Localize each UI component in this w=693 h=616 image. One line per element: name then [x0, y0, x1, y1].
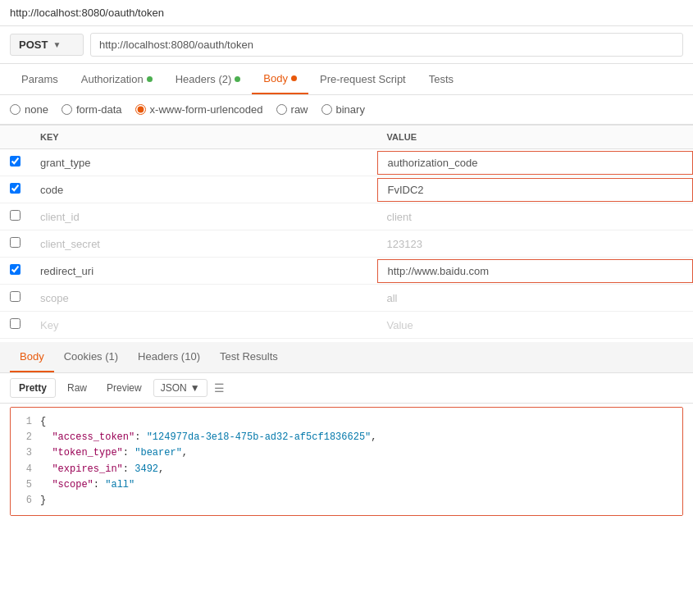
code-line: 6 } [11, 493, 682, 509]
format-raw-button[interactable]: Raw [59, 379, 95, 397]
response-tab-test-results[interactable]: Test Results [210, 342, 288, 372]
response-tab-body[interactable]: Body [10, 342, 54, 372]
code-box: 1 { 2 "access_token": "124977da-3e18-475… [10, 407, 683, 516]
table-row: Key Value [0, 312, 693, 339]
row-checkbox[interactable] [10, 156, 21, 167]
tab-params-label: Params [21, 73, 58, 85]
response-tab-body-label: Body [20, 350, 44, 363]
code-line: 2 "access_token": "124977da-3e18-475b-ad… [11, 430, 682, 445]
table-row: redirect_uri http://www.baidu.com [0, 258, 693, 285]
row-checkbox[interactable] [10, 318, 21, 329]
radio-form-data[interactable]: form-data [62, 103, 122, 116]
code-line: 4 "expires_in": 3492, [11, 462, 682, 477]
code-line: 5 "scope": "all" [11, 477, 682, 493]
col-checkbox [0, 125, 30, 149]
code-line: 1 { [11, 414, 682, 430]
row-key: redirect_uri [30, 258, 377, 285]
code-area: 1 { 2 "access_token": "124977da-3e18-475… [11, 408, 682, 515]
row-key-placeholder: Key [30, 312, 377, 339]
tab-authorization[interactable]: Authorization [70, 64, 164, 94]
chevron-down-icon: ▼ [52, 40, 61, 49]
body-dot [291, 75, 297, 81]
row-checkbox[interactable] [10, 291, 21, 302]
title-bar: http://localhost:8080/oauth/token [0, 0, 693, 26]
row-value[interactable]: authorization_code [377, 149, 694, 176]
title-url: http://localhost:8080/oauth/token [10, 7, 164, 19]
url-input[interactable] [90, 33, 683, 57]
row-key: client_secret [30, 230, 377, 258]
format-pretty-button[interactable]: Pretty [10, 378, 56, 398]
code-line: 3 "token_type": "bearer", [11, 445, 682, 461]
col-value: VALUE [377, 125, 694, 149]
row-value[interactable]: FvIDC2 [377, 176, 694, 203]
row-value: all [377, 285, 694, 312]
tab-body-label: Body [263, 72, 288, 84]
kv-table: KEY VALUE grant_type authorization_code … [0, 125, 693, 339]
format-preview-button[interactable]: Preview [98, 379, 150, 397]
row-checkbox[interactable] [10, 210, 21, 221]
response-tabs: Body Cookies (1) Headers (10) Test Resul… [0, 342, 693, 373]
filter-icon[interactable]: ☰ [211, 378, 228, 398]
tab-body[interactable]: Body [252, 64, 308, 94]
chevron-down-icon: ▼ [190, 382, 200, 394]
row-checkbox[interactable] [10, 183, 21, 194]
row-key: grant_type [30, 149, 377, 176]
row-value: 123123 [377, 230, 694, 258]
method-select[interactable]: POST ▼ [10, 34, 84, 56]
table-row: code FvIDC2 [0, 176, 693, 203]
tabs-row: Params Authorization Headers (2) Body Pr… [0, 64, 693, 95]
row-key: code [30, 176, 377, 203]
table-row: client_id client [0, 203, 693, 230]
response-tab-test-results-label: Test Results [220, 350, 278, 363]
response-tab-headers-label: Headers (10) [138, 350, 200, 363]
table-row: scope all [0, 285, 693, 312]
col-key: KEY [30, 125, 377, 149]
request-bar: POST ▼ [0, 26, 693, 64]
response-tab-headers[interactable]: Headers (10) [128, 342, 210, 372]
response-tab-cookies[interactable]: Cookies (1) [54, 342, 128, 372]
tab-headers[interactable]: Headers (2) [164, 64, 253, 94]
tab-headers-label: Headers (2) [176, 73, 232, 85]
row-value-placeholder: Value [377, 312, 694, 339]
tab-params[interactable]: Params [10, 64, 70, 94]
radio-none[interactable]: none [10, 103, 48, 116]
row-checkbox[interactable] [10, 264, 21, 275]
radio-x-www-form-urlencoded[interactable]: x-www-form-urlencoded [135, 103, 263, 116]
radio-raw[interactable]: raw [276, 103, 308, 116]
row-value: client [377, 203, 694, 230]
tab-tests-label: Tests [429, 73, 454, 85]
headers-dot [235, 76, 240, 82]
json-format-label: JSON [161, 382, 187, 394]
format-bar: Pretty Raw Preview JSON ▼ ☰ [0, 373, 693, 404]
radio-row: none form-data x-www-form-urlencoded raw… [0, 95, 693, 125]
table-row: client_secret 123123 [0, 230, 693, 258]
row-checkbox[interactable] [10, 237, 21, 248]
tab-pre-request-label: Pre-request Script [320, 73, 406, 85]
tab-authorization-label: Authorization [81, 73, 144, 85]
method-label: POST [19, 39, 48, 51]
tab-pre-request-script[interactable]: Pre-request Script [308, 64, 417, 94]
radio-binary[interactable]: binary [321, 103, 365, 116]
row-value[interactable]: http://www.baidu.com [377, 258, 694, 285]
json-format-select[interactable]: JSON ▼ [153, 379, 207, 397]
tab-tests[interactable]: Tests [417, 64, 465, 94]
authorization-dot [147, 76, 153, 82]
row-key: client_id [30, 203, 377, 230]
response-tab-cookies-label: Cookies (1) [64, 350, 118, 363]
row-key: scope [30, 285, 377, 312]
table-row: grant_type authorization_code [0, 149, 693, 176]
